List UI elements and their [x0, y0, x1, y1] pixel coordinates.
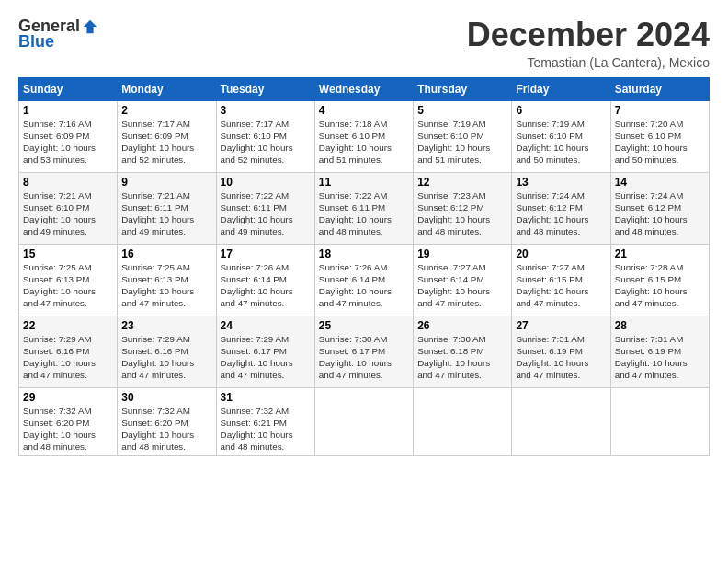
location: Temastian (La Cantera), Mexico — [467, 55, 710, 70]
title-block: December 2024 Temastian (La Cantera), Me… — [467, 17, 710, 70]
table-row — [512, 387, 610, 456]
table-row: 7Sunrise: 7:20 AM Sunset: 6:10 PM Daylig… — [610, 100, 709, 172]
day-number: 7 — [615, 104, 705, 117]
day-number: 11 — [319, 176, 409, 189]
day-number: 6 — [516, 104, 606, 117]
day-info: Sunrise: 7:32 AM Sunset: 6:21 PM Dayligh… — [221, 405, 311, 454]
day-info: Sunrise: 7:32 AM Sunset: 6:20 PM Dayligh… — [23, 405, 113, 454]
table-row: 3Sunrise: 7:17 AM Sunset: 6:10 PM Daylig… — [216, 100, 314, 172]
table-row: 12Sunrise: 7:23 AM Sunset: 6:12 PM Dayli… — [414, 172, 512, 244]
day-number: 25 — [319, 319, 409, 332]
day-info: Sunrise: 7:29 AM Sunset: 6:16 PM Dayligh… — [23, 333, 113, 382]
col-sunday: Sunday — [19, 77, 118, 100]
page: General Blue December 2024 Temastian (La… — [0, 0, 728, 563]
day-info: Sunrise: 7:27 AM Sunset: 6:15 PM Dayligh… — [516, 261, 606, 310]
day-info: Sunrise: 7:25 AM Sunset: 6:13 PM Dayligh… — [121, 261, 211, 310]
col-wednesday: Wednesday — [314, 77, 413, 100]
day-number: 16 — [121, 247, 211, 260]
day-info: Sunrise: 7:27 AM Sunset: 6:14 PM Dayligh… — [417, 261, 507, 310]
col-saturday: Saturday — [610, 77, 709, 100]
day-number: 10 — [221, 176, 311, 189]
table-row — [314, 387, 413, 456]
day-info: Sunrise: 7:20 AM Sunset: 6:10 PM Dayligh… — [615, 118, 705, 167]
table-row: 19Sunrise: 7:27 AM Sunset: 6:14 PM Dayli… — [414, 244, 512, 316]
day-number: 30 — [121, 391, 211, 404]
day-info: Sunrise: 7:32 AM Sunset: 6:20 PM Dayligh… — [121, 405, 211, 454]
table-row: 29Sunrise: 7:32 AM Sunset: 6:20 PM Dayli… — [19, 387, 118, 456]
table-row: 22Sunrise: 7:29 AM Sunset: 6:16 PM Dayli… — [19, 316, 118, 387]
table-row: 4Sunrise: 7:18 AM Sunset: 6:10 PM Daylig… — [314, 100, 413, 172]
logo-blue-text: Blue — [18, 32, 54, 52]
day-number: 15 — [23, 247, 113, 260]
table-row: 5Sunrise: 7:19 AM Sunset: 6:10 PM Daylig… — [414, 100, 512, 172]
day-info: Sunrise: 7:31 AM Sunset: 6:19 PM Dayligh… — [516, 333, 606, 382]
table-row: 23Sunrise: 7:29 AM Sunset: 6:16 PM Dayli… — [118, 316, 216, 387]
day-info: Sunrise: 7:23 AM Sunset: 6:12 PM Dayligh… — [417, 190, 507, 238]
table-row: 9Sunrise: 7:21 AM Sunset: 6:11 PM Daylig… — [118, 172, 216, 244]
day-number: 14 — [615, 176, 705, 189]
logo: General Blue — [18, 17, 98, 52]
table-row: 14Sunrise: 7:24 AM Sunset: 6:12 PM Dayli… — [610, 172, 709, 244]
day-info: Sunrise: 7:17 AM Sunset: 6:10 PM Dayligh… — [221, 118, 311, 167]
day-number: 27 — [516, 319, 606, 332]
day-number: 18 — [319, 247, 409, 260]
day-number: 29 — [23, 391, 113, 404]
day-number: 17 — [221, 247, 311, 260]
day-number: 31 — [221, 391, 311, 404]
day-number: 1 — [23, 104, 113, 117]
table-row: 6Sunrise: 7:19 AM Sunset: 6:10 PM Daylig… — [512, 100, 610, 172]
day-info: Sunrise: 7:22 AM Sunset: 6:11 PM Dayligh… — [221, 190, 311, 238]
day-info: Sunrise: 7:31 AM Sunset: 6:19 PM Dayligh… — [615, 333, 705, 382]
day-info: Sunrise: 7:26 AM Sunset: 6:14 PM Dayligh… — [221, 261, 311, 310]
day-info: Sunrise: 7:16 AM Sunset: 6:09 PM Dayligh… — [23, 118, 113, 167]
logo-icon — [82, 18, 98, 35]
calendar-header-row: Sunday Monday Tuesday Wednesday Thursday… — [19, 77, 710, 100]
table-row: 2Sunrise: 7:17 AM Sunset: 6:09 PM Daylig… — [118, 100, 216, 172]
day-number: 8 — [23, 176, 113, 189]
day-info: Sunrise: 7:30 AM Sunset: 6:17 PM Dayligh… — [319, 333, 409, 382]
col-thursday: Thursday — [414, 77, 512, 100]
table-row: 1Sunrise: 7:16 AM Sunset: 6:09 PM Daylig… — [19, 100, 118, 172]
table-row: 25Sunrise: 7:30 AM Sunset: 6:17 PM Dayli… — [314, 316, 413, 387]
table-row: 26Sunrise: 7:30 AM Sunset: 6:18 PM Dayli… — [414, 316, 512, 387]
table-row: 28Sunrise: 7:31 AM Sunset: 6:19 PM Dayli… — [610, 316, 709, 387]
day-info: Sunrise: 7:22 AM Sunset: 6:11 PM Dayligh… — [319, 190, 409, 238]
day-number: 19 — [417, 247, 507, 260]
day-number: 5 — [417, 104, 507, 117]
month-title: December 2024 — [467, 17, 710, 53]
day-number: 22 — [23, 319, 113, 332]
table-row: 8Sunrise: 7:21 AM Sunset: 6:10 PM Daylig… — [19, 172, 118, 244]
day-number: 24 — [221, 319, 311, 332]
day-number: 21 — [615, 247, 705, 260]
day-info: Sunrise: 7:29 AM Sunset: 6:17 PM Dayligh… — [221, 333, 311, 382]
day-info: Sunrise: 7:26 AM Sunset: 6:14 PM Dayligh… — [319, 261, 409, 310]
table-row — [610, 387, 709, 456]
day-info: Sunrise: 7:24 AM Sunset: 6:12 PM Dayligh… — [615, 190, 705, 238]
day-number: 23 — [121, 319, 211, 332]
table-row: 11Sunrise: 7:22 AM Sunset: 6:11 PM Dayli… — [314, 172, 413, 244]
header: General Blue December 2024 Temastian (La… — [18, 17, 710, 70]
day-info: Sunrise: 7:29 AM Sunset: 6:16 PM Dayligh… — [121, 333, 211, 382]
day-number: 12 — [417, 176, 507, 189]
table-row: 27Sunrise: 7:31 AM Sunset: 6:19 PM Dayli… — [512, 316, 610, 387]
day-info: Sunrise: 7:18 AM Sunset: 6:10 PM Dayligh… — [319, 118, 409, 167]
day-number: 2 — [121, 104, 211, 117]
day-info: Sunrise: 7:25 AM Sunset: 6:13 PM Dayligh… — [23, 261, 113, 310]
day-info: Sunrise: 7:24 AM Sunset: 6:12 PM Dayligh… — [516, 190, 606, 238]
col-friday: Friday — [512, 77, 610, 100]
day-info: Sunrise: 7:19 AM Sunset: 6:10 PM Dayligh… — [417, 118, 507, 167]
table-row: 18Sunrise: 7:26 AM Sunset: 6:14 PM Dayli… — [314, 244, 413, 316]
day-number: 3 — [221, 104, 311, 117]
col-tuesday: Tuesday — [216, 77, 314, 100]
table-row: 21Sunrise: 7:28 AM Sunset: 6:15 PM Dayli… — [610, 244, 709, 316]
day-info: Sunrise: 7:19 AM Sunset: 6:10 PM Dayligh… — [516, 118, 606, 167]
col-monday: Monday — [118, 77, 216, 100]
day-number: 9 — [121, 176, 211, 189]
day-info: Sunrise: 7:28 AM Sunset: 6:15 PM Dayligh… — [615, 261, 705, 310]
day-info: Sunrise: 7:21 AM Sunset: 6:10 PM Dayligh… — [23, 190, 113, 238]
day-number: 20 — [516, 247, 606, 260]
table-row: 15Sunrise: 7:25 AM Sunset: 6:13 PM Dayli… — [19, 244, 118, 316]
table-row: 20Sunrise: 7:27 AM Sunset: 6:15 PM Dayli… — [512, 244, 610, 316]
table-row: 17Sunrise: 7:26 AM Sunset: 6:14 PM Dayli… — [216, 244, 314, 316]
day-info: Sunrise: 7:21 AM Sunset: 6:11 PM Dayligh… — [121, 190, 211, 238]
